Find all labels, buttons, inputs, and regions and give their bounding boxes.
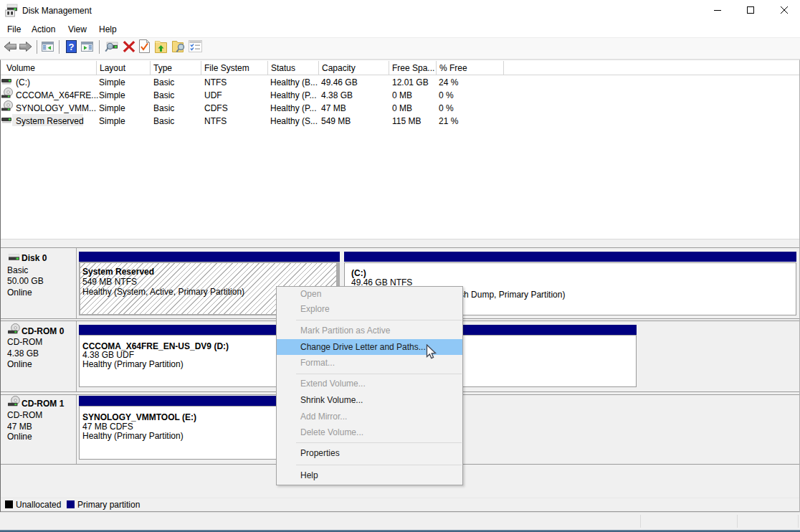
svg-text:?: ? bbox=[69, 42, 75, 52]
